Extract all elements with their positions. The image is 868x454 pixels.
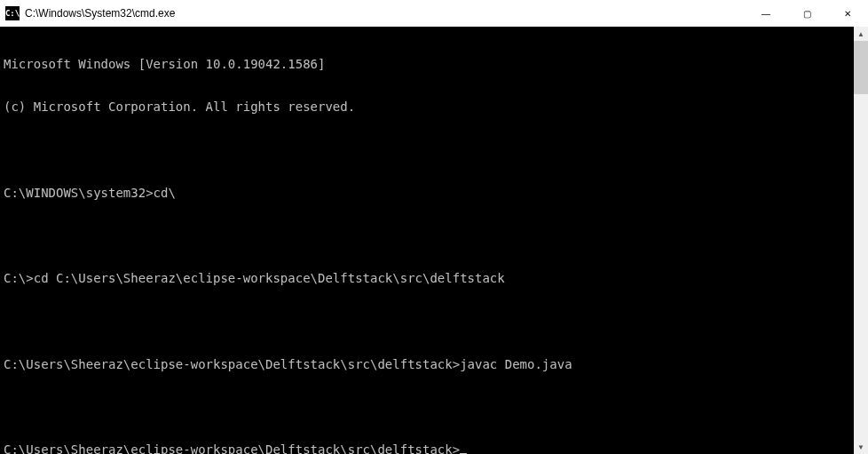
scroll-up-arrow-icon[interactable]: ▲	[854, 27, 868, 41]
terminal-output[interactable]: Microsoft Windows [Version 10.0.19042.15…	[0, 27, 868, 454]
minimize-button[interactable]: —	[746, 0, 786, 27]
terminal-line: Microsoft Windows [Version 10.0.19042.15…	[4, 57, 864, 71]
terminal-prompt-line: C:\Users\Sheeraz\eclipse-workspace\Delft…	[4, 442, 864, 454]
terminal-line	[4, 228, 864, 243]
close-button[interactable]: ✕	[827, 0, 868, 27]
titlebar[interactable]: C:\ C:\Windows\System32\cmd.exe — ▢ ✕	[0, 0, 868, 27]
terminal-line	[4, 315, 864, 329]
terminal-line: (c) Microsoft Corporation. All rights re…	[4, 100, 864, 114]
terminal-line: C:\>cd C:\Users\Sheeraz\eclipse-workspac…	[4, 271, 864, 285]
terminal-line	[4, 400, 864, 414]
terminal-line: C:\Users\Sheeraz\eclipse-workspace\Delft…	[4, 357, 864, 371]
maximize-button[interactable]: ▢	[786, 0, 827, 27]
cmd-icon: C:\	[5, 6, 20, 20]
scroll-down-arrow-icon[interactable]: ▼	[854, 440, 868, 454]
window-controls: — ▢ ✕	[746, 0, 868, 27]
vertical-scrollbar[interactable]: ▲ ▼	[854, 27, 868, 454]
terminal-line	[4, 143, 864, 157]
window-title: C:\Windows\System32\cmd.exe	[25, 7, 746, 20]
terminal-prompt: C:\Users\Sheeraz\eclipse-workspace\Delft…	[4, 442, 460, 454]
scroll-thumb[interactable]	[854, 41, 868, 94]
terminal-line: C:\WINDOWS\system32>cd\	[4, 186, 864, 200]
